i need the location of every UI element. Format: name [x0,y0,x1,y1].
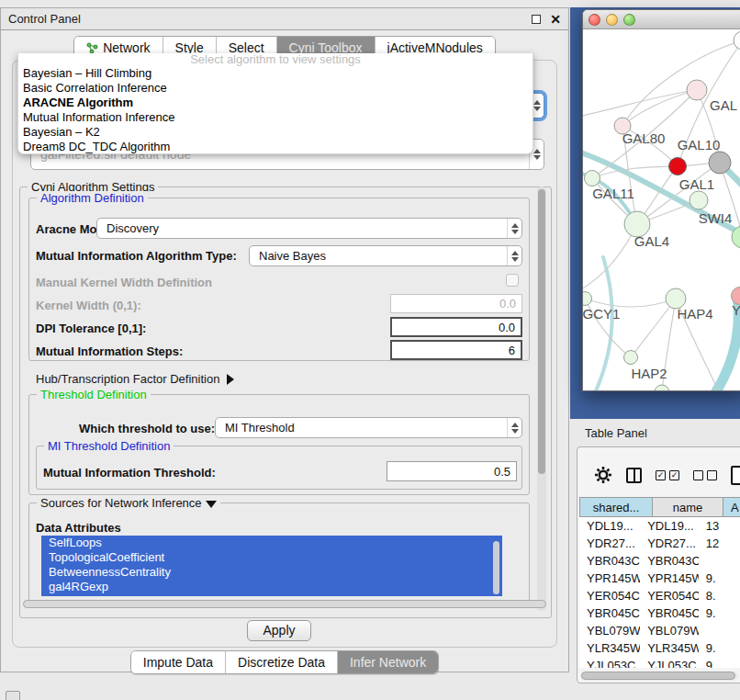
collapse-down-icon [206,501,217,508]
list-scrollbar[interactable] [493,541,499,594]
column-header-shared[interactable]: shared... [579,498,653,516]
manual-kernel-checkbox[interactable] [506,274,519,287]
node-unlabeled[interactable] [734,31,740,50]
table-panel-title: Table Panel [585,426,647,440]
table-row[interactable]: YDL19...YDL19...13 [579,517,740,535]
node-label: HAP4 [677,306,712,322]
list-item[interactable]: BetweennessCentrality [41,565,502,580]
node-bottom-partial[interactable] [655,385,669,391]
select-all-checks-icon[interactable]: ✓✓ [656,470,679,480]
node-label: HAP2 [631,366,667,381]
dropdown-option[interactable]: Bayesian – Hill Climbing [18,66,533,81]
network-glyph-icon [86,42,98,54]
dropdown-option-selected[interactable]: ARACNE Algorithm [18,96,533,110]
table-toolbar: ✓✓ [577,458,740,491]
kernel-width-label: Kernel Width (0,1): [36,299,141,312]
minimize-window-icon[interactable] [606,14,618,26]
node-selected-red[interactable] [669,158,687,175]
mi-type-combo[interactable]: Naive Bayes [249,245,522,266]
dpi-tolerance-label: DPI Tolerance [0,1]: [36,322,146,335]
tab-impute-data[interactable]: Impute Data [131,651,225,673]
network-canvas[interactable]: GAL GAL80 GAL10 GAL1 GAL11 GAL4 SWI4 GCY… [583,29,740,391]
dropdown-option[interactable]: Basic Correlation Inference [18,81,533,96]
table-row[interactable]: YBR043CYBR043C [579,552,740,570]
close-panel-icon[interactable]: ✕ [550,13,561,26]
docked-panel-icon[interactable] [6,691,20,700]
kernel-width-field[interactable]: 0.0 [390,294,522,313]
gear-icon[interactable] [594,466,612,484]
table-row[interactable]: YER054CYER054C8. [579,587,740,604]
table-row[interactable]: YJL053CYJL053C9 [579,657,740,668]
table-row[interactable]: YDR27...YDR27...12 [579,535,740,552]
node-hap2[interactable] [624,351,638,365]
aracne-mode-combo[interactable]: Discovery [96,218,522,239]
table-panel: ✓✓ shared... name A YDL19...YDL19...13 Y… [577,446,740,683]
settings-horizontal-scrollbar[interactable] [23,600,546,608]
float-panel-icon[interactable] [532,15,541,24]
data-attributes-list: SelfLoops TopologicalCoefficient Between… [41,536,502,596]
scrollbar-thumb[interactable] [581,672,735,680]
table-row[interactable]: YBR045CYBR045C9. [579,604,740,622]
zoom-window-icon[interactable] [623,14,635,26]
dpi-tolerance-field[interactable]: 0.0 [390,317,522,337]
deselect-all-checks-icon[interactable] [693,470,717,480]
node-label: SWI4 [699,210,733,226]
algorithm-dropdown-popup: Select algorithm to view settings Bayesi… [17,53,533,154]
mi-type-value: Naive Bayes [250,249,507,263]
list-item[interactable]: SelfLoops [41,536,502,550]
mi-steps-field[interactable]: 6 [390,340,522,360]
cyni-bottom-tabs: Impute Data Discretize Data Infer Networ… [1,650,568,674]
node-label: GAL80 [622,130,666,146]
node-labels: GAL GAL80 GAL10 GAL1 GAL11 GAL4 SWI4 GCY… [583,97,740,381]
dropdown-option[interactable]: Bayesian – K2 [18,125,533,140]
close-window-icon[interactable] [589,14,600,26]
node-gal11[interactable] [585,171,600,186]
columns-icon[interactable] [626,468,642,483]
node-label: GAL4 [634,233,669,249]
manual-kernel-label: Manual Kernel Width Definition [36,276,212,289]
mi-threshold-group-title: MI Threshold Definition [44,439,174,453]
table-row[interactable]: YBL079WYBL079W [579,622,740,639]
which-threshold-value: MI Threshold [216,421,507,435]
table-row[interactable]: YLR345WYLR345W9. [579,639,740,657]
list-item[interactable]: TopologicalCoefficient [41,550,502,565]
column-header-name[interactable]: name [653,498,723,516]
tab-infer-network[interactable]: Infer Network [337,651,438,673]
node-label: Y [732,302,740,318]
control-panel: Control Panel ✕ Network Styl [0,7,569,672]
mi-threshold-label: Mutual Information Threshold: [43,466,216,480]
control-panel-title: Control Panel [8,12,81,26]
scrollbar-thumb[interactable] [538,189,545,474]
node-gal-top[interactable] [687,80,707,100]
control-panel-titlebar: Control Panel ✕ [1,8,568,30]
apply-button[interactable]: Apply [247,620,311,641]
combo-stepper-icon [507,246,521,265]
network-window-titlebar [583,10,740,29]
node-gcy1[interactable] [583,292,592,306]
dropdown-option[interactable]: Mutual Information Inference [18,110,533,125]
which-threshold-combo[interactable]: MI Threshold [215,417,522,438]
combo-stepper-icon [507,418,521,437]
dropdown-option[interactable]: Dream8 DC_TDC Algorithm [18,140,533,154]
list-item[interactable]: gal4RGexp [41,580,502,594]
node-label: GAL10 [678,137,721,152]
column-header-partial[interactable]: A [723,498,740,516]
sources-group-title[interactable]: Sources for Network Inference [37,496,220,510]
node-gal1[interactable] [690,191,708,209]
combo-stepper-icon [507,219,521,238]
application-window: Control Panel ✕ Network Styl [0,0,740,700]
settings-vertical-scrollbar[interactable] [537,186,546,611]
table-header-row: shared... name A [579,497,740,517]
node-gal10[interactable] [709,152,731,174]
node-label: GAL [710,97,737,113]
mi-threshold-field[interactable]: 0.5 [387,461,517,481]
hub-definition-label: Hub/Transcription Factor Definition [36,372,219,386]
node-label: GCY1 [583,306,620,322]
document-icon[interactable] [731,466,740,485]
tab-discretize-data[interactable]: Discretize Data [225,651,337,673]
table-horizontal-scrollbar[interactable] [580,672,738,681]
hub-definition-toggle[interactable]: Hub/Transcription Factor Definition [36,372,234,386]
table-row[interactable]: YPR145WYPR145W9. [579,570,740,587]
node-label: GAL11 [592,186,634,201]
data-attributes-label: Data Attributes [36,521,121,535]
